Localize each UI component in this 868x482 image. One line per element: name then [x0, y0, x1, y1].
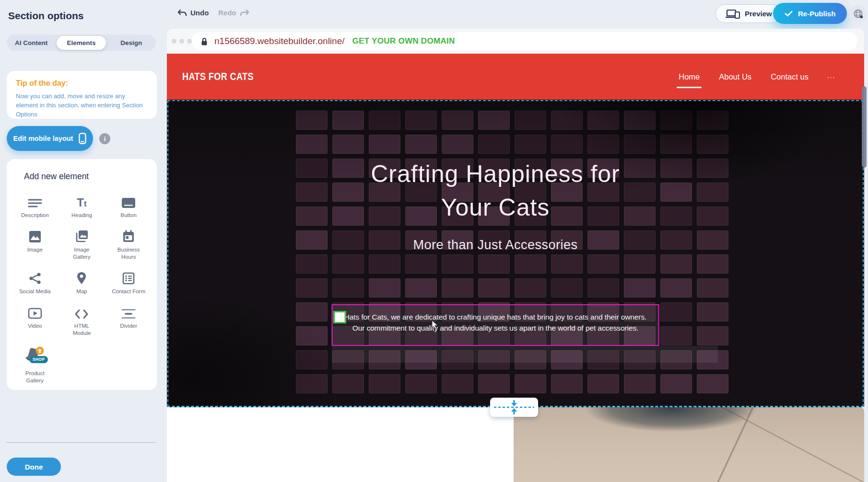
page-title: Section options — [8, 10, 84, 22]
undo-label: Undo — [190, 9, 209, 17]
description-lines-icon — [12, 192, 59, 208]
element-item-heading[interactable]: Tt Heading — [59, 192, 106, 219]
image-gallery-icon — [59, 227, 106, 243]
element-item-description[interactable]: Description — [12, 192, 59, 219]
preview-label: Preview — [745, 10, 772, 18]
section-options-tabs: AI Content Elements Design — [7, 34, 156, 51]
calendar-icon — [105, 227, 152, 243]
nav-link-contact[interactable]: Contact us — [770, 69, 809, 84]
browser-dots-icon — [172, 39, 192, 44]
get-domain-link[interactable]: GET YOUR OWN DOMAIN — [352, 36, 455, 46]
tab-elements[interactable]: Elements — [57, 36, 106, 50]
site-url: n1566589.websitebuilder.online/ — [214, 36, 345, 46]
devices-icon — [726, 9, 740, 19]
element-item-button[interactable]: Button — [105, 192, 152, 219]
edit-mobile-layout-button[interactable]: Edit mobile layout — [7, 126, 93, 151]
map-pin-icon — [59, 268, 106, 285]
browser-chrome: n1566589.websitebuilder.online/ GET YOUR… — [167, 29, 864, 54]
redo-icon — [240, 9, 249, 16]
check-icon — [785, 11, 793, 17]
nav-link-about[interactable]: About Us — [718, 69, 752, 84]
resize-arrows-icon — [492, 398, 536, 416]
republish-label: Re-Publish — [798, 10, 835, 18]
website-builder-app: Section options Undo Redo Preview Re-Pub… — [0, 0, 868, 482]
element-grid: Description Tt Heading Button Image — [7, 192, 157, 384]
phone-icon — [79, 133, 86, 144]
selected-text-block[interactable]: Hats for Cats, we are dedicated to craft… — [332, 304, 659, 346]
next-section — [167, 407, 864, 482]
element-item-contact-form[interactable]: Contact Form — [105, 268, 152, 295]
site-logo[interactable]: HATS FOR CATS — [182, 70, 254, 83]
element-item-map[interactable]: Map — [59, 268, 106, 295]
element-item-business-hours[interactable]: Business Hours — [105, 227, 152, 261]
element-item-video[interactable]: Video — [12, 303, 59, 337]
nav-more-ellipsis[interactable]: ··· — [827, 73, 835, 81]
lock-icon — [200, 37, 208, 46]
nav-link-home[interactable]: Home — [678, 69, 701, 84]
language-globe-button[interactable] — [850, 5, 867, 22]
hero-content: Crafting Happiness for Your Cats More th… — [167, 100, 824, 407]
done-button[interactable]: Done — [7, 458, 61, 476]
site-preview-canvas: n1566589.websitebuilder.online/ GET YOUR… — [167, 29, 864, 482]
tip-body: Now you can add, move and resize any ele… — [16, 92, 148, 119]
hero-subheading[interactable]: More than Just Accessories — [167, 238, 824, 252]
hero-heading[interactable]: Crafting Happiness for Your Cats — [167, 157, 824, 224]
globe-icon — [853, 9, 863, 19]
divider-lines-icon — [105, 303, 152, 319]
element-item-divider[interactable]: Divider — [105, 303, 152, 337]
site-nav: Home About Us Contact us ··· — [678, 54, 835, 100]
paving-photo — [514, 407, 864, 482]
hero-paragraph: Hats for Cats, we are dedicated to craft… — [340, 311, 652, 333]
redo-button[interactable]: Redo — [218, 9, 249, 17]
code-brackets-icon — [59, 303, 106, 319]
element-item-html-module[interactable]: HTML Module — [59, 303, 106, 337]
share-icon — [12, 268, 59, 285]
hero-section-selected[interactable]: Crafting Happiness for Your Cats More th… — [167, 100, 864, 407]
canvas-scrollbar-thumb[interactable] — [862, 86, 867, 168]
undo-button[interactable]: Undo — [177, 9, 209, 17]
shop-badge: SHOP — [29, 356, 48, 363]
heading-Tt-icon: Tt — [59, 192, 106, 208]
tip-title: Tip of the day: — [16, 79, 148, 88]
tip-of-the-day-card: Tip of the day: Now you can add, move an… — [7, 71, 157, 119]
site-header: HATS FOR CATS Home About Us Contact us ·… — [167, 54, 864, 100]
info-icon[interactable]: i — [99, 133, 110, 144]
undo-icon — [177, 9, 187, 16]
element-item-social-media[interactable]: Social Media — [12, 268, 59, 295]
image-icon — [12, 227, 59, 243]
element-item-product-gallery[interactable]: SHOP Product Gallery — [12, 344, 59, 384]
add-new-element-title: Add new element — [7, 172, 157, 182]
edit-mobile-label: Edit mobile layout — [13, 135, 73, 142]
add-new-element-panel: Add new element Description Tt Heading B… — [7, 159, 157, 390]
form-icon — [105, 268, 152, 285]
element-item-image-gallery[interactable]: Image Gallery — [59, 227, 106, 261]
product-gallery-icon: SHOP — [12, 344, 59, 367]
republish-button[interactable]: Re-Publish — [773, 3, 847, 24]
text-element-hover-area — [332, 346, 718, 363]
redo-label: Redo — [218, 9, 236, 17]
tab-design[interactable]: Design — [107, 35, 156, 50]
tab-ai-content[interactable]: AI Content — [7, 35, 56, 50]
drag-handle[interactable] — [334, 311, 346, 323]
video-play-icon — [12, 303, 59, 319]
preview-button[interactable]: Preview — [716, 4, 782, 23]
element-item-image[interactable]: Image — [12, 227, 59, 261]
section-resize-handle[interactable] — [490, 398, 538, 417]
url-bar[interactable]: n1566589.websitebuilder.online/ GET YOUR… — [192, 32, 857, 50]
sidebar-divider — [6, 442, 156, 443]
button-icon — [105, 192, 152, 208]
